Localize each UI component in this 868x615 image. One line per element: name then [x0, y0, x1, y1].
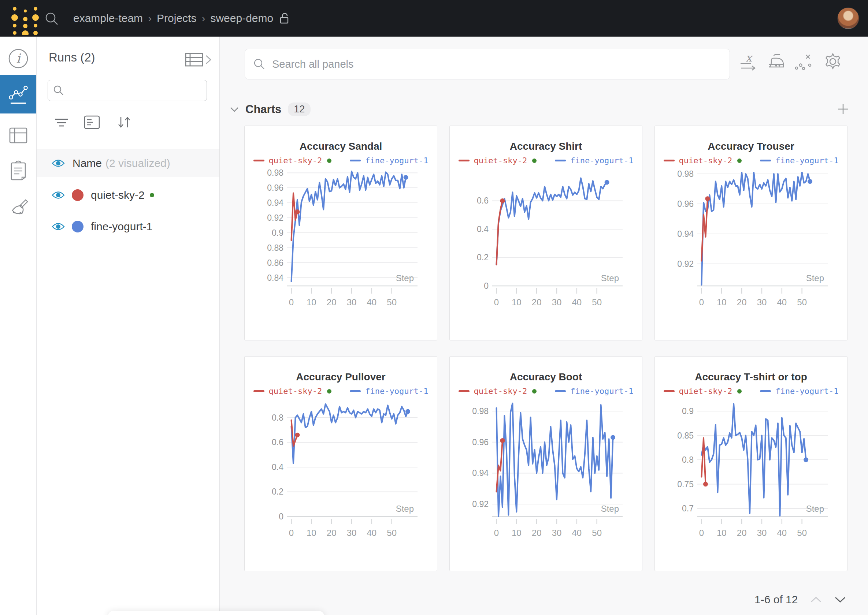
filter-runs-button[interactable] — [53, 116, 70, 131]
user-avatar[interactable] — [837, 7, 859, 29]
series-line-quiet-sky-2 — [497, 201, 502, 265]
chevron-down-icon[interactable] — [230, 106, 239, 112]
sort-icon — [116, 114, 134, 130]
run-name[interactable]: fine-yogurt-1 — [91, 220, 152, 233]
x-tick-label: 0 — [699, 297, 704, 307]
runs-visualized-note: (2 visualized) — [105, 157, 170, 170]
run-name[interactable]: quiet-sky-2 — [91, 189, 145, 201]
run-color-dot[interactable] — [72, 189, 83, 201]
chart-panel[interactable]: Accuracy Sandalquiet-sky-2fine-yogurt-10… — [244, 126, 437, 340]
runs-table-nav-button[interactable] — [0, 123, 36, 148]
chart-panel[interactable]: Accuracy Shirtquiet-sky-2fine-yogurt-100… — [449, 126, 643, 340]
panel-pagination: 1-6 of 12 — [754, 590, 850, 609]
x-tick-label: 10 — [307, 297, 316, 307]
x-tick-label: 30 — [757, 297, 767, 307]
breadcrumb-project-name[interactable]: sweep-demo — [210, 12, 273, 25]
breadcrumb-separator: › — [196, 12, 210, 25]
eye-icon[interactable] — [51, 222, 65, 231]
x-axis-label: Step — [806, 273, 824, 283]
x-tick-label: 10 — [307, 528, 316, 538]
svg-text:i: i — [16, 51, 21, 66]
y-tick-label: 0.85 — [677, 431, 694, 440]
chevron-up-icon[interactable] — [810, 596, 822, 603]
y-tick-label: 0.98 — [472, 406, 489, 416]
run-row-quiet-sky-2[interactable]: quiet-sky-2 — [37, 180, 219, 211]
y-tick-label: 0.75 — [677, 479, 694, 489]
y-tick-label: 0.96 — [267, 183, 283, 192]
line-chart-icon — [8, 83, 28, 106]
x-tick-label: 50 — [797, 528, 807, 538]
y-tick-label: 0.84 — [267, 273, 283, 283]
run-color-dot[interactable] — [72, 221, 83, 233]
x-tick-label: 20 — [532, 297, 542, 307]
x-tick-label: 10 — [717, 297, 727, 307]
smoothing-button[interactable] — [766, 52, 787, 72]
charts-count-badge: 12 — [288, 103, 311, 116]
x-tick-label: 40 — [572, 528, 582, 538]
logs-nav-button[interactable] — [0, 158, 36, 183]
charts-section-label[interactable]: Charts — [246, 103, 281, 116]
breadcrumb-projects[interactable]: Projects — [157, 12, 196, 25]
x-tick-label: 0 — [289, 528, 294, 538]
y-tick-label: 0.9 — [272, 228, 283, 237]
workspace-settings-button[interactable] — [822, 50, 844, 72]
wandb-logo-icon[interactable] — [10, 3, 39, 35]
x-tick-label: 30 — [347, 297, 357, 307]
y-tick-label: 0.4 — [272, 462, 283, 472]
x-tick-label: 40 — [367, 297, 377, 307]
peeking-card — [108, 611, 324, 615]
group-runs-button[interactable] — [83, 115, 100, 131]
y-tick-label: 0.88 — [267, 243, 283, 253]
chart-plot: 0.840.860.880.90.920.940.960.98010203040… — [245, 126, 437, 340]
outliers-button[interactable] — [793, 52, 814, 72]
series-line-fine-yogurt-1 — [497, 403, 613, 517]
add-panel-button[interactable] — [835, 101, 851, 117]
y-tick-label: 0.98 — [267, 168, 283, 178]
y-tick-label: 0.2 — [272, 487, 283, 496]
sort-runs-button[interactable] — [116, 114, 134, 132]
info-nav-button[interactable]: i — [0, 46, 36, 71]
x-tick-label: 0 — [494, 297, 499, 307]
x-tick-label: 0 — [494, 528, 499, 538]
chart-plot: 00.20.40.60.801020304050Step — [245, 357, 437, 571]
chevron-down-icon[interactable] — [834, 596, 846, 603]
chart-panel[interactable]: Accuracy T-shirt or topquiet-sky-2fine-y… — [654, 356, 848, 571]
search-icon — [53, 85, 64, 96]
runs-search-input[interactable] — [68, 84, 206, 97]
table-icon — [9, 127, 28, 144]
chart-panel[interactable]: Accuracy Bootquiet-sky-2fine-yogurt-10.9… — [449, 356, 643, 571]
y-tick-label: 0.92 — [472, 499, 489, 509]
x-tick-label: 10 — [717, 528, 727, 538]
eye-icon[interactable] — [51, 190, 65, 200]
x-axis-label: Step — [806, 504, 824, 514]
x-tick-label: 20 — [327, 528, 336, 538]
runs-name-header[interactable]: Name (2 visualized) — [37, 149, 219, 177]
workspace-charts-nav-button[interactable] — [0, 75, 36, 114]
series-line-fine-yogurt-1 — [702, 172, 810, 285]
x-axis-settings-button[interactable]: x — [739, 52, 760, 72]
chart-plot: 0.70.750.80.850.901020304050Step — [655, 357, 847, 571]
y-tick-label: 0.96 — [472, 437, 489, 447]
x-tick-label: 50 — [592, 528, 602, 538]
breadcrumb-team[interactable]: example-team — [73, 12, 143, 25]
panel-search-input[interactable] — [271, 58, 730, 71]
x-tick-label: 20 — [737, 528, 747, 538]
expand-runs-table-button[interactable] — [185, 52, 214, 68]
y-tick-label: 0 — [279, 512, 283, 521]
x-tick-label: 50 — [592, 297, 602, 307]
eye-icon[interactable] — [51, 159, 65, 168]
chart-panel[interactable]: Accuracy Pulloverquiet-sky-2fine-yogurt-… — [244, 356, 437, 571]
y-tick-label: 0.94 — [472, 468, 489, 478]
x-tick-label: 0 — [289, 297, 294, 307]
sweeps-nav-button[interactable] — [0, 196, 36, 222]
x-tick-label: 40 — [367, 528, 377, 538]
chart-panel[interactable]: Accuracy Trouserquiet-sky-2fine-yogurt-1… — [654, 126, 848, 340]
y-tick-label: 0.94 — [677, 229, 694, 239]
table-expand-icon — [185, 52, 214, 67]
x-tick-label: 40 — [777, 528, 787, 538]
x-tick-label: 40 — [777, 297, 787, 307]
search-icon[interactable] — [45, 12, 59, 27]
series-line-fine-yogurt-1 — [291, 404, 408, 464]
chart-plot: 0.920.940.960.9801020304050Step — [655, 126, 847, 340]
run-row-fine-yogurt-1[interactable]: fine-yogurt-1 — [37, 211, 219, 242]
